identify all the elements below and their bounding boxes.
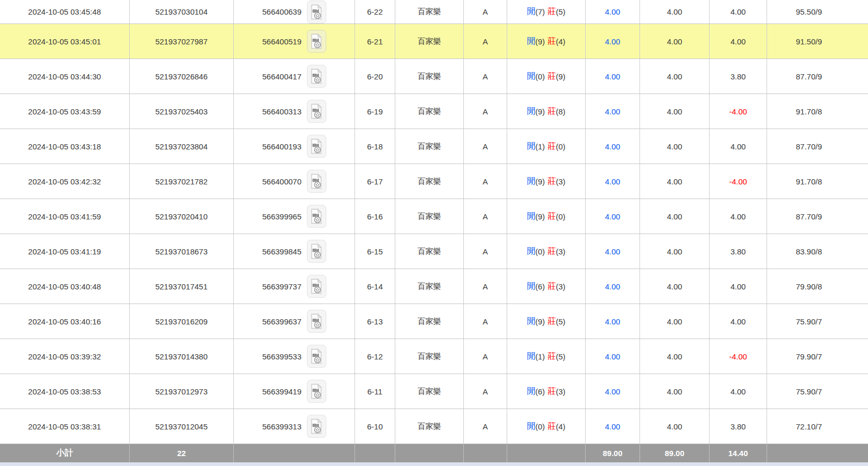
game-type-cell: 百家樂 [395, 304, 464, 339]
game-type: 百家樂 [418, 317, 441, 327]
table-code: A [483, 422, 488, 431]
table-code: A [483, 72, 488, 81]
balance-value: 79.90/7 [796, 352, 822, 361]
win-loss-cell: 4.00 [710, 199, 767, 234]
banker-result-value: (3) [556, 177, 565, 186]
win-loss-amount: 4.00 [730, 317, 746, 326]
bet-amount-link[interactable]: 4.00 [605, 212, 620, 221]
bet-amount-link[interactable]: 4.00 [605, 37, 620, 46]
round-cell: 6-13 [355, 304, 395, 339]
valid-bet-amount: 4.00 [667, 7, 682, 16]
video-replay-button[interactable] [307, 100, 326, 123]
video-replay-button[interactable] [307, 380, 326, 403]
bet-id-cell: 521937017451 [130, 269, 234, 304]
video-replay-icon [310, 278, 323, 294]
table-code-cell: A [464, 269, 507, 304]
video-replay-button[interactable] [307, 30, 326, 53]
bet-id-cell: 521937018673 [130, 234, 234, 269]
banker-result-label: 莊 [547, 71, 556, 82]
record-row: 2024-10-05 03:38:53 521937012973 5663994… [0, 374, 868, 409]
subtotal-empty-balance [767, 444, 868, 462]
game-type: 百家樂 [418, 37, 441, 46]
game-id-cell: 566399965 [234, 199, 355, 234]
player-result-label: 閒 [527, 106, 535, 117]
bet-id-cell: 521937023804 [130, 129, 234, 164]
footer-strip [0, 462, 868, 466]
player-result-label: 閒 [527, 211, 535, 222]
video-replay-button[interactable] [307, 345, 326, 368]
bet-time-cell: 2024-10-05 03:45:01 [0, 24, 130, 59]
bet-amount-cell: 4.00 [586, 269, 640, 304]
bet-amount-link[interactable]: 4.00 [605, 317, 620, 326]
bet-amount-cell: 4.00 [586, 164, 640, 199]
valid-bet-amount: 4.00 [667, 212, 682, 221]
bet-amount-link[interactable]: 4.00 [605, 177, 620, 186]
valid-bet-cell: 4.00 [640, 374, 710, 409]
player-result-label: 閒 [527, 246, 535, 257]
valid-bet-amount: 4.00 [667, 317, 682, 326]
banker-result-value: (8) [556, 107, 565, 116]
game-id: 566399737 [262, 282, 301, 291]
table-code: A [483, 387, 488, 396]
video-replay-button[interactable] [307, 275, 326, 298]
bet-time: 2024-10-05 03:45:01 [28, 37, 101, 46]
bet-amount-cell: 4.00 [586, 409, 640, 444]
bet-time-cell: 2024-10-05 03:38:53 [0, 374, 130, 409]
win-loss-cell: 4.00 [710, 304, 767, 339]
video-replay-icon [310, 173, 323, 189]
valid-bet-amount: 4.00 [667, 142, 682, 151]
bet-time: 2024-10-05 03:40:16 [28, 317, 101, 326]
table-code: A [483, 352, 488, 361]
bet-time: 2024-10-05 03:41:19 [28, 247, 101, 256]
bet-id: 521937012045 [155, 422, 208, 431]
video-replay-button[interactable] [307, 205, 326, 228]
table-code-cell: A [464, 59, 507, 94]
bet-id: 521937014380 [155, 352, 208, 361]
bet-amount-link[interactable]: 4.00 [605, 107, 620, 116]
record-row: 2024-10-05 03:43:59 521937025403 5664003… [0, 94, 868, 129]
bet-amount-link[interactable]: 4.00 [605, 282, 620, 291]
game-type: 百家樂 [418, 282, 441, 292]
result-cell: 閒(0)莊(9) [507, 59, 586, 94]
win-loss-amount: 3.80 [730, 422, 746, 431]
balance-cell: 87.70/9 [767, 129, 868, 164]
table-code: A [483, 107, 488, 116]
bet-amount-link[interactable]: 4.00 [605, 387, 620, 396]
bet-amount-link[interactable]: 4.00 [605, 352, 620, 361]
player-result-label: 閒 [527, 351, 535, 362]
record-row: 2024-10-05 03:42:32 521937021782 5664000… [0, 164, 868, 199]
subtotal-bet-total: 89.00 [586, 444, 640, 462]
video-replay-button[interactable] [307, 240, 326, 263]
video-replay-button[interactable] [307, 415, 326, 438]
bet-amount-link[interactable]: 4.00 [605, 247, 620, 256]
bet-amount-link[interactable]: 4.00 [605, 422, 620, 431]
game-id: 566399533 [262, 352, 301, 361]
valid-bet-cell: 4.00 [640, 24, 710, 59]
game-id-cell: 566400417 [234, 59, 355, 94]
banker-result-value: (5) [556, 317, 565, 326]
round-number: 6-22 [367, 7, 383, 16]
bet-time-cell: 2024-10-05 03:39:32 [0, 339, 130, 374]
win-loss-amount: 3.80 [730, 247, 746, 256]
bet-time-cell: 2024-10-05 03:38:31 [0, 409, 130, 444]
player-result-value: (0) [535, 247, 545, 256]
video-replay-button[interactable] [307, 310, 326, 333]
round-cell: 6-17 [355, 164, 395, 199]
bet-amount-link[interactable]: 4.00 [605, 142, 620, 151]
video-replay-button[interactable] [307, 170, 326, 193]
bet-amount-link[interactable]: 4.00 [605, 7, 620, 16]
game-id: 566400070 [262, 177, 301, 186]
win-loss-amount: 4.00 [730, 282, 746, 291]
balance-value: 95.50/9 [796, 7, 822, 16]
record-row: 2024-10-05 03:38:31 521937012045 5663993… [0, 409, 868, 444]
subtotal-win-loss-total: 14.40 [710, 444, 767, 462]
result-cell: 閒(6)莊(3) [507, 374, 586, 409]
result-cell: 閒(9)莊(3) [507, 164, 586, 199]
valid-bet-cell: 4.00 [640, 269, 710, 304]
player-result-value: (7) [535, 7, 545, 16]
video-replay-button[interactable] [307, 135, 326, 158]
subtotal-count: 22 [130, 444, 234, 462]
video-replay-button[interactable] [307, 65, 326, 88]
bet-amount-link[interactable]: 4.00 [605, 72, 620, 81]
video-replay-button[interactable] [307, 1, 326, 24]
